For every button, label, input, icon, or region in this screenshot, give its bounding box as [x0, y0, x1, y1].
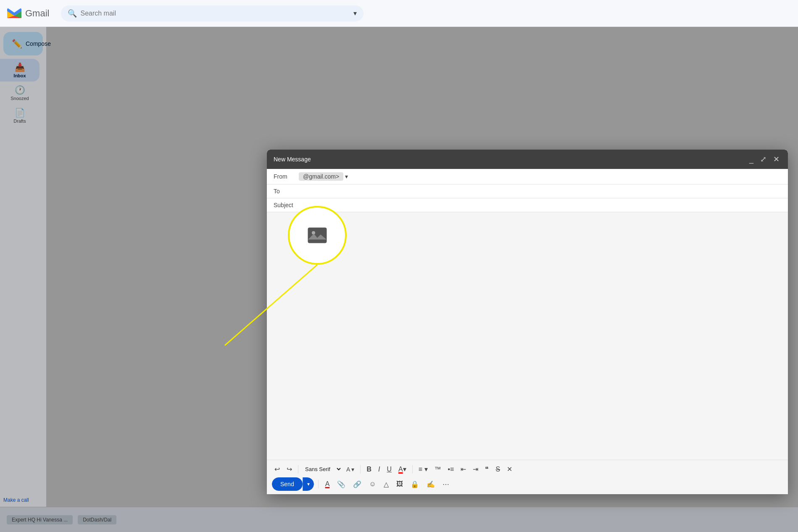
underline-button[interactable]: U [384, 464, 394, 475]
compose-window: New Message _ ⤢ ✕ From @gmail.com> ▾ To … [267, 150, 788, 494]
bulleted-list-button[interactable]: •≡ [445, 464, 457, 475]
search-icon: 🔍 [68, 9, 77, 18]
bold-button[interactable]: B [364, 464, 374, 475]
send-button-group[interactable]: Send ▾ [272, 477, 314, 491]
from-dropdown-icon[interactable]: ▾ [345, 173, 348, 180]
insert-drive-button[interactable]: △ [381, 479, 391, 490]
minimize-button[interactable]: _ [748, 154, 755, 165]
search-bar[interactable]: 🔍 ▾ [61, 5, 363, 21]
undo-button[interactable]: ↩ [272, 464, 282, 475]
more-options-button[interactable]: ⋯ [440, 479, 452, 490]
gmail-logo-icon [7, 8, 22, 19]
to-label: To [274, 188, 299, 195]
subject-input[interactable] [299, 202, 781, 208]
to-field[interactable]: To [267, 184, 788, 198]
compose-header-actions: _ ⤢ ✕ [748, 154, 781, 165]
clear-formatting-button[interactable]: ✕ [504, 464, 515, 475]
insert-photo-button[interactable]: 🖼 [394, 479, 406, 490]
strikethrough-button[interactable]: S [493, 464, 503, 475]
compose-title: New Message [274, 156, 311, 163]
insert-emoji-button[interactable]: ☺ [366, 479, 378, 490]
italic-button[interactable]: I [376, 464, 382, 475]
font-size-dropdown[interactable]: A ▾ [344, 464, 357, 474]
topbar: Gmail 🔍 ▾ [0, 0, 798, 27]
gmail-logo-text: Gmail [25, 8, 49, 19]
subject-field[interactable]: Subject [267, 198, 788, 212]
text-color-button[interactable]: A▾ [396, 464, 409, 475]
close-button[interactable]: ✕ [772, 154, 781, 165]
from-value: @gmail.com> [299, 172, 343, 181]
action-toolbar: Send ▾ A 📎 🔗 ☺ △ 🖼 🔒 ✍ ⋯ [272, 477, 783, 491]
insert-signature-button[interactable]: ✍ [424, 479, 437, 490]
compose-header: New Message _ ⤢ ✕ [267, 150, 788, 169]
indent-less-button[interactable]: ⇤ [458, 464, 469, 475]
attach-file-button[interactable]: 📎 [334, 479, 348, 490]
send-button[interactable]: Send [272, 477, 303, 491]
formatting-toolbar: ↩ ↪ Sans Serif Serif Monospace A ▾ B I U… [272, 464, 783, 475]
expand-button[interactable]: ⤢ [758, 154, 768, 165]
toggle-confidential-button[interactable]: 🔒 [408, 479, 421, 490]
compose-body[interactable] [267, 212, 788, 460]
subject-label: Subject [274, 202, 299, 208]
from-label: From [274, 173, 299, 180]
search-dropdown-icon[interactable]: ▾ [353, 9, 357, 17]
insert-link-button[interactable]: 🔗 [350, 479, 364, 490]
toolbar-sep-2 [360, 465, 361, 474]
from-field: From @gmail.com> ▾ [267, 169, 788, 184]
to-input[interactable] [299, 188, 781, 195]
compose-toolbar: ↩ ↪ Sans Serif Serif Monospace A ▾ B I U… [267, 460, 788, 494]
align-button[interactable]: ≡ ▾ [416, 464, 430, 475]
toolbar-sep-actions [318, 480, 319, 488]
quote-button[interactable]: ❝ [482, 464, 491, 475]
toolbar-sep-3 [412, 465, 413, 474]
text-color-bottom-button[interactable]: A [323, 479, 332, 490]
font-family-select[interactable]: Sans Serif Serif Monospace [302, 465, 342, 474]
search-input[interactable] [80, 10, 353, 17]
redo-button[interactable]: ↪ [284, 464, 295, 475]
numbered-list-button[interactable]: ™ [432, 464, 444, 475]
gmail-logo: Gmail [7, 8, 49, 19]
indent-more-button[interactable]: ⇥ [470, 464, 481, 475]
send-dropdown-button[interactable]: ▾ [303, 477, 314, 491]
toolbar-sep-1 [298, 465, 298, 474]
